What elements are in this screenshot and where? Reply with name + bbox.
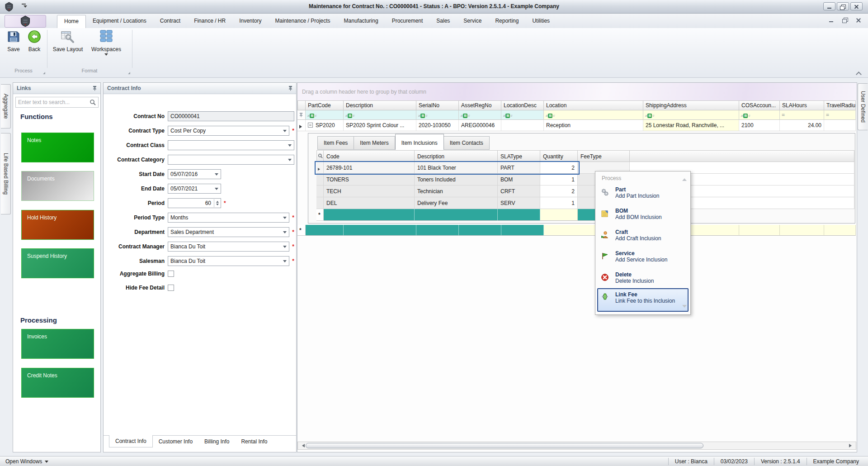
scrollbar-thumb[interactable] — [306, 443, 703, 448]
mdi-minimize-button[interactable] — [828, 17, 835, 24]
invoices-button[interactable]: Invoices — [21, 329, 94, 359]
dcell-slatype[interactable]: CRFT — [498, 185, 540, 197]
ribbon-tab-contract[interactable]: Contract — [153, 15, 187, 28]
tab-item-inclusions[interactable]: Item Inclusions — [395, 134, 444, 150]
filter-partcode[interactable]: aBc — [306, 110, 344, 120]
pin-icon[interactable] — [288, 86, 293, 92]
period-stepper[interactable]: 60 — [168, 198, 221, 208]
outer-new-cell-locationdesc[interactable] — [501, 225, 544, 236]
mdi-close-button[interactable] — [855, 17, 862, 24]
tab-item-meters[interactable]: Item Meters — [354, 136, 395, 150]
side-tab-life-based-billing[interactable]: Life Based Billing — [1, 133, 11, 214]
save-layout-button[interactable]: Save Layout — [50, 30, 86, 52]
collapse-row-icon[interactable] — [308, 123, 313, 128]
cell-cosaccount[interactable]: 2100 — [739, 120, 780, 131]
dcell-slatype[interactable]: BOM — [498, 174, 540, 185]
dcell-description[interactable]: Toners Included — [415, 174, 498, 185]
contract-category-combo[interactable] — [168, 155, 294, 165]
cell-description[interactable]: SP2020 Sprint Colour ... — [344, 120, 416, 131]
dcol-slatype[interactable]: SLAType — [498, 150, 540, 162]
new-dcell-slatype[interactable] — [498, 209, 540, 221]
dcell-code[interactable]: TONERS — [324, 174, 415, 185]
dcell-code[interactable]: TECH — [324, 185, 415, 197]
ribbon-tab-home[interactable]: Home — [57, 15, 86, 28]
department-combo[interactable]: Sales Department — [168, 227, 289, 237]
dcell-code[interactable]: 26789-101 — [324, 162, 415, 174]
dcell-quantity[interactable]: 1 — [540, 174, 578, 185]
contract-no-field[interactable]: CO0000041 — [168, 111, 294, 121]
new-dcell-quantity[interactable] — [540, 209, 578, 221]
col-slahours[interactable]: SLAHours — [780, 100, 824, 110]
contract-manager-combo[interactable]: Bianca Du Toit — [168, 242, 289, 252]
new-dcell-code[interactable] — [324, 209, 415, 221]
spinner-arrows-icon[interactable] — [214, 199, 220, 207]
credit-notes-button[interactable]: Credit Notes — [21, 368, 94, 398]
period-type-combo[interactable]: Months — [168, 213, 289, 223]
menu-item-bom[interactable]: BOM Add BOM Inclusion — [598, 208, 688, 228]
search-icon[interactable] — [90, 99, 96, 107]
col-assetregno[interactable]: AssetRegNo — [459, 100, 501, 110]
dcell-slatype[interactable]: PART — [498, 162, 540, 174]
mdi-restore-button[interactable] — [842, 17, 848, 24]
outer-new-cell-partcode[interactable] — [306, 225, 344, 236]
dcol-code[interactable]: Code — [324, 150, 415, 162]
tab-contract-info[interactable]: Contract Info — [109, 435, 153, 447]
filter-travelradius[interactable]: = — [824, 110, 856, 120]
col-serialno[interactable]: SerialNo — [416, 100, 459, 110]
filter-slahours[interactable]: = — [780, 110, 824, 120]
minimize-button[interactable] — [823, 2, 835, 10]
ribbon-tab-procurement[interactable]: Procurement — [385, 15, 430, 28]
dcell-description[interactable]: Delivery Fee — [415, 197, 498, 209]
outer-new-cell-serialno[interactable] — [416, 225, 459, 236]
col-shippingaddress[interactable]: ShippingAddress — [643, 100, 739, 110]
col-locationdesc[interactable]: LocationDesc — [501, 100, 544, 110]
cell-travelradius[interactable] — [824, 120, 856, 131]
side-tab-aggregate[interactable]: Aggregate — [1, 84, 11, 128]
filter-assetregno[interactable]: aBc — [459, 110, 501, 120]
hide-fee-detail-checkbox[interactable] — [168, 285, 174, 291]
tab-item-contacts[interactable]: Item Contacts — [444, 136, 490, 150]
filter-location[interactable]: aBc — [544, 110, 643, 120]
filter-serialno[interactable]: aBc — [416, 110, 459, 120]
back-button[interactable]: Back — [24, 30, 44, 52]
cell-serialno[interactable]: 2020-103050 — [416, 120, 459, 131]
filter-cosaccount[interactable]: aBc — [739, 110, 780, 120]
cell-shippingaddress[interactable]: 25 Lonestar Road, Ranchville, ... — [643, 120, 739, 131]
scroll-right-icon[interactable] — [849, 444, 854, 447]
restore-button[interactable] — [837, 2, 849, 10]
horizontal-scrollbar[interactable] — [297, 442, 856, 450]
dcell-quantity[interactable]: 2 — [540, 185, 578, 197]
ribbon-tab-manufacturing[interactable]: Manufacturing — [337, 15, 385, 28]
dcell-description[interactable]: Technician — [415, 185, 498, 197]
application-menu-button[interactable] — [5, 15, 46, 28]
detail-search-header[interactable] — [316, 150, 324, 162]
col-travelradius[interactable]: TravelRadiu — [824, 100, 856, 110]
end-date-picker[interactable]: 05/07/2021 — [168, 184, 221, 194]
scroll-left-icon[interactable] — [300, 444, 305, 447]
ribbon-tab-service[interactable]: Service — [457, 15, 488, 28]
workspaces-button[interactable]: Workspaces — [88, 30, 125, 57]
tab-rental-info[interactable]: Rental Info — [235, 436, 273, 447]
menu-item-service[interactable]: Service Add Service Inclusion — [598, 250, 688, 270]
col-description[interactable]: Description — [344, 100, 416, 110]
search-input[interactable] — [18, 99, 87, 106]
filter-shippingaddress[interactable]: aBc — [643, 110, 739, 120]
dcol-quantity[interactable]: Quantity — [540, 150, 578, 162]
open-windows-button[interactable]: Open Windows — [5, 458, 48, 465]
ribbon-tab-maintenance-projects[interactable]: Maintenance / Projects — [269, 15, 337, 28]
dcell-quantity[interactable]: 1 — [540, 197, 578, 209]
start-date-picker[interactable]: 05/07/2016 — [168, 169, 221, 179]
save-button[interactable]: Save — [4, 30, 24, 52]
suspend-history-button[interactable]: Suspend History — [21, 248, 94, 278]
documents-button[interactable]: Documents — [21, 171, 94, 201]
menu-item-link-fee[interactable]: Link Fee Link Fee to this Inclusion — [597, 288, 689, 312]
dcol-description[interactable]: Description — [415, 150, 498, 162]
dcell-description[interactable]: 101 Black Toner — [415, 162, 498, 174]
ribbon-tab-sales[interactable]: Sales — [429, 15, 457, 28]
dcol-feetype[interactable]: FeeType — [578, 150, 630, 162]
hold-history-button[interactable]: Hold History — [21, 210, 94, 240]
menu-scroll-down-icon[interactable] — [682, 305, 687, 310]
aggregate-billing-checkbox[interactable] — [168, 271, 174, 277]
ribbon-tab-equipment-locations[interactable]: Equipment / Locations — [86, 15, 153, 28]
outer-new-cell-description[interactable] — [344, 225, 416, 236]
